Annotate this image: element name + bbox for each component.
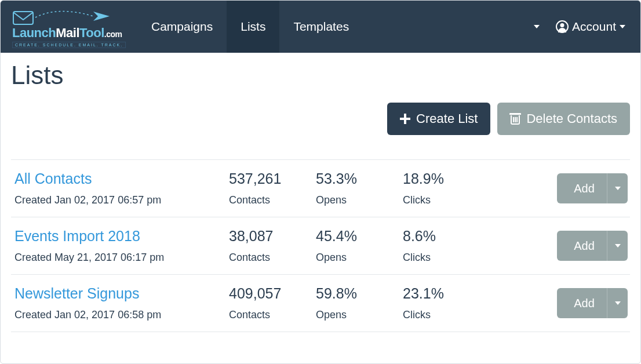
stat-opens-value: 59.8%	[316, 285, 396, 302]
list-name-link[interactable]: Events Import 2018	[14, 228, 140, 245]
list-name-link[interactable]: All Contacts	[14, 170, 92, 187]
table-row: All Contacts Created Jan 02, 2017 06:57 …	[11, 160, 630, 217]
delete-contacts-button[interactable]: Delete Contacts	[497, 103, 630, 135]
stat-contacts-value: 409,057	[229, 285, 309, 302]
page-actions: Create List Delete Contacts	[11, 103, 630, 159]
row-add-dropdown-toggle[interactable]	[607, 173, 628, 203]
user-circle-icon	[556, 20, 569, 33]
primary-nav: Campaigns Lists Templates	[137, 1, 363, 53]
stat-clicks-value: 23.1%	[403, 285, 483, 302]
stat-contacts-value: 537,261	[229, 170, 309, 187]
row-add-label: Add	[557, 297, 607, 310]
brand-glyph-icon	[12, 8, 111, 27]
row-add-dropdown-toggle[interactable]	[607, 231, 628, 261]
brand-wordmark: LaunchMailTool.com	[12, 26, 133, 41]
chevron-down-icon	[615, 244, 621, 247]
list-created-text: Created May 21, 2017 06:17 pm	[14, 252, 222, 264]
stat-contacts-label: Contacts	[229, 252, 309, 264]
stat-opens-label: Opens	[316, 194, 396, 206]
row-add-button[interactable]: Add	[557, 173, 628, 203]
stat-clicks-label: Clicks	[403, 252, 483, 264]
stat-clicks-value: 8.6%	[403, 228, 483, 245]
delete-contacts-label: Delete Contacts	[526, 111, 617, 126]
trash-icon	[510, 113, 520, 125]
list-name-link[interactable]: Newsletter Signups	[14, 285, 139, 302]
stat-opens-value: 53.3%	[316, 170, 396, 187]
lists-table: All Contacts Created Jan 02, 2017 06:57 …	[11, 159, 630, 332]
create-list-button[interactable]: Create List	[387, 103, 490, 135]
stat-contacts-label: Contacts	[229, 194, 309, 206]
row-add-dropdown-toggle[interactable]	[607, 288, 628, 318]
row-add-label: Add	[557, 239, 607, 253]
nav-account-dropdown[interactable]: Account	[556, 20, 625, 34]
row-add-label: Add	[557, 182, 607, 195]
page-body: Lists Create List Delete Contacts All Co…	[1, 53, 640, 332]
stat-clicks-label: Clicks	[403, 309, 483, 321]
plus-icon	[400, 114, 410, 124]
stat-opens-label: Opens	[316, 309, 396, 321]
nav-item-campaigns[interactable]: Campaigns	[137, 1, 227, 53]
nav-right: Account	[534, 1, 631, 53]
nav-unnamed-dropdown[interactable]	[534, 25, 540, 28]
chevron-down-icon	[534, 25, 540, 28]
stat-opens-label: Opens	[316, 252, 396, 264]
chevron-down-icon	[620, 25, 625, 28]
create-list-label: Create List	[416, 111, 478, 126]
chevron-down-icon	[615, 301, 621, 305]
row-add-button[interactable]: Add	[557, 288, 628, 318]
list-created-text: Created Jan 02, 2017 06:58 pm	[14, 309, 222, 321]
nav-item-lists[interactable]: Lists	[227, 1, 279, 53]
page-title: Lists	[11, 61, 630, 90]
stat-contacts-value: 38,087	[229, 228, 309, 245]
chevron-down-icon	[615, 187, 621, 190]
nav-item-templates[interactable]: Templates	[279, 1, 363, 53]
list-created-text: Created Jan 02, 2017 06:57 pm	[14, 194, 222, 206]
row-add-button[interactable]: Add	[557, 231, 628, 261]
stat-clicks-label: Clicks	[403, 194, 483, 206]
brand-logo[interactable]: LaunchMailTool.com CREATE. SCHEDULE. EMA…	[10, 1, 137, 53]
top-navbar: LaunchMailTool.com CREATE. SCHEDULE. EMA…	[1, 1, 640, 53]
brand-tagline: CREATE. SCHEDULE. EMAIL. TRACK.	[12, 42, 126, 48]
stat-contacts-label: Contacts	[229, 309, 309, 321]
svg-rect-0	[13, 12, 33, 24]
stat-opens-value: 45.4%	[316, 228, 396, 245]
nav-account-label: Account	[572, 20, 616, 34]
table-row: Events Import 2018 Created May 21, 2017 …	[11, 217, 630, 275]
stat-clicks-value: 18.9%	[403, 170, 483, 187]
table-row: Newsletter Signups Created Jan 02, 2017 …	[11, 275, 630, 332]
